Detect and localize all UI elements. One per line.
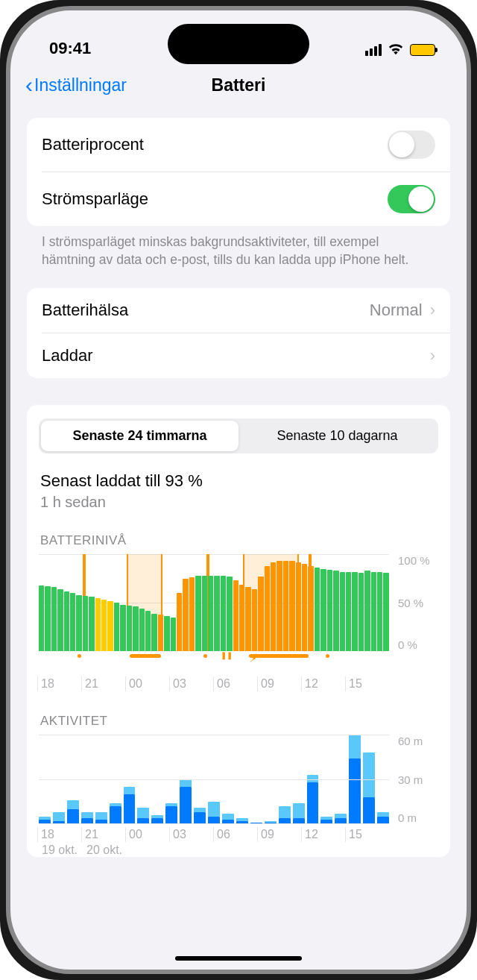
settings-group-2: Batterihälsa Normal › Laddar › (27, 288, 450, 378)
low-power-toggle[interactable] (388, 185, 435, 213)
settings-group-1: Batteriprocent Strömsparläge (27, 118, 450, 226)
chevron-left-icon: ‹ (25, 74, 33, 96)
seg-last-10d[interactable]: Senaste 10 dagarna (238, 421, 436, 451)
battery-level-chart[interactable] (39, 554, 389, 651)
activity-xaxis: 1821000306091215 (37, 824, 389, 842)
activity-yaxis: 60 m 30 m 0 m (398, 735, 438, 824)
home-indicator[interactable] (175, 956, 302, 961)
battery-level-xaxis: 1821000306091215 (37, 662, 389, 691)
activity-section: AKTIVITET 1821000306091215 19 okt. 20 ok… (39, 714, 438, 857)
back-label: Inställningar (34, 75, 127, 95)
battery-level-section: BATTERINIVÅ ❚❚⚡︎ 1821000306091215 100 % (39, 533, 438, 691)
seg-last-24h[interactable]: Senaste 24 timmarna (41, 421, 238, 451)
usage-panel: Senaste 24 timmarna Senaste 10 dagarna S… (27, 405, 450, 857)
activity-chart[interactable] (39, 735, 389, 824)
status-time: 09:41 (49, 39, 91, 58)
nav-bar: ‹ Inställningar Batteri (10, 63, 467, 107)
battery-percent-row[interactable]: Batteriprocent (27, 118, 450, 172)
low-power-footer: I strömsparläget minskas bakgrundsaktivi… (27, 226, 450, 288)
battery-icon (410, 44, 435, 56)
wifi-icon (388, 42, 404, 58)
low-power-mode-row[interactable]: Strömsparläge (42, 172, 450, 226)
battery-level-label: BATTERINIVÅ (39, 533, 438, 548)
battery-level-yaxis: 100 % 50 % 0 % (398, 554, 438, 651)
battery-health-label: Batterihälsa (42, 301, 370, 320)
chevron-right-icon: › (430, 301, 435, 320)
last-charge-subtitle: 1 h sedan (39, 491, 438, 511)
status-icons (365, 42, 435, 58)
activity-label: AKTIVITET (39, 714, 438, 729)
back-button[interactable]: ‹ Inställningar (25, 74, 127, 96)
charging-label: Laddar (42, 346, 430, 365)
battery-percent-toggle[interactable] (388, 131, 435, 159)
battery-health-row[interactable]: Batterihälsa Normal › (27, 288, 450, 333)
low-power-label: Strömsparläge (42, 189, 388, 209)
last-charge-title: Senast laddat till 93 % (39, 471, 438, 491)
page-title: Batteri (212, 75, 266, 95)
battery-health-value: Normal (370, 301, 423, 320)
time-range-segmented[interactable]: Senaste 24 timmarna Senaste 10 dagarna (39, 418, 438, 453)
activity-dates: 19 okt. 20 okt. (39, 842, 389, 857)
charge-markers: ❚❚⚡︎ (39, 653, 389, 662)
chevron-right-icon: › (430, 346, 435, 365)
cellular-icon (365, 44, 382, 56)
charging-row[interactable]: Laddar › (42, 333, 450, 378)
battery-percent-label: Batteriprocent (42, 135, 388, 154)
